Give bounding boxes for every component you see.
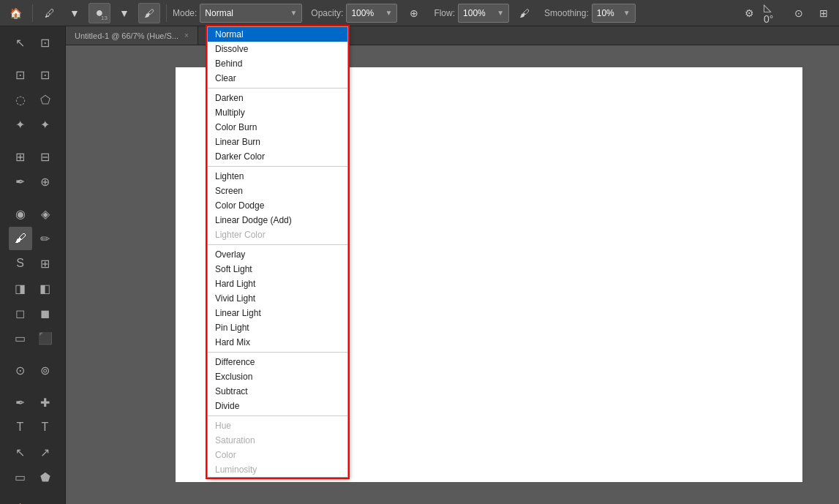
move-tool[interactable]: ↖ — [9, 31, 32, 54]
mode-option-lighten[interactable]: Lighten — [208, 169, 347, 184]
mode-option-luminosity[interactable]: Luminosity — [208, 462, 347, 477]
mode-option-soft-light[interactable]: Soft Light — [208, 262, 347, 277]
mode-option-saturation[interactable]: Saturation — [208, 433, 347, 448]
mode-option-hard-light[interactable]: Hard Light — [208, 277, 347, 291]
mode-option-behind[interactable]: Behind — [208, 56, 347, 71]
art-history[interactable]: ◧ — [34, 277, 57, 300]
eyedropper-tool[interactable]: ✒ — [9, 170, 32, 193]
patch-tool[interactable]: ◈ — [34, 202, 57, 225]
hand-tool[interactable]: ✋ — [9, 497, 32, 504]
mode-option-pin-light[interactable]: Pin Light — [208, 320, 347, 335]
document-tab[interactable]: Untitled-1 @ 66/7% (Hue/S... × — [66, 26, 198, 45]
brush-size-badge: 13 — [101, 15, 108, 21]
mode-option-clear[interactable]: Clear — [208, 71, 347, 86]
mode-separator — [208, 88, 347, 89]
mode-option-lighter-color[interactable]: Lighter Color — [208, 227, 347, 242]
history-brush[interactable]: ◨ — [9, 277, 32, 300]
quick-select[interactable]: ✦ — [34, 113, 57, 136]
add-anchor[interactable]: ✚ — [34, 391, 57, 414]
opacity-value: 100% — [351, 8, 374, 18]
spot-heal[interactable]: ◉ — [9, 202, 32, 225]
shape-tool[interactable]: ▭ — [9, 465, 32, 489]
mode-option-screen[interactable]: Screen — [208, 184, 347, 198]
symmetry-icon[interactable]: ⊙ — [788, 3, 810, 23]
tool-row-15: T T — [9, 415, 57, 439]
poly-lasso-tool[interactable]: ⬠ — [34, 88, 57, 111]
bg-eraser[interactable]: ◼ — [34, 301, 57, 325]
brush-tool[interactable]: 🖌 — [9, 227, 32, 250]
mode-option-darken[interactable]: Darken — [208, 91, 347, 105]
mode-option-linear-light[interactable]: Linear Light — [208, 306, 347, 320]
mode-option-exclusion[interactable]: Exclusion — [208, 369, 347, 384]
mode-dropdown[interactable]: Normal ▼ — [200, 4, 302, 23]
mode-option-color-burn[interactable]: Color Burn — [208, 120, 347, 135]
flow-arrow: ▼ — [497, 9, 504, 17]
extra-icon[interactable]: ⊞ — [813, 3, 835, 23]
fill-tool[interactable]: ⬛ — [34, 326, 57, 350]
pattern-stamp[interactable]: ⊞ — [34, 252, 57, 275]
flow-label: Flow: — [434, 8, 455, 18]
vertical-text[interactable]: T — [34, 415, 57, 439]
brush-size-dropdown[interactable]: ▼ — [113, 3, 135, 23]
mode-option-overlay[interactable]: Overlay — [208, 247, 347, 262]
mode-option-linear-dodge-add[interactable]: Linear Dodge (Add) — [208, 213, 347, 227]
custom-shape[interactable]: ⬟ — [34, 465, 57, 489]
sep2 — [166, 4, 167, 22]
tool-row-7: ◉ ◈ — [9, 202, 57, 225]
mode-option-hard-mix[interactable]: Hard Mix — [208, 335, 347, 350]
marquee-tool[interactable]: ⊡ — [9, 63, 32, 86]
path-select[interactable]: ↖ — [9, 440, 32, 464]
opacity-dropdown[interactable]: 100% ▼ — [346, 4, 397, 23]
mode-option-darker-color[interactable]: Darker Color — [208, 149, 347, 164]
mode-option-normal[interactable]: Normal — [208, 27, 347, 42]
smoothing-dropdown[interactable]: 10% ▼ — [592, 4, 636, 23]
home-button[interactable]: 🏠 — [4, 3, 26, 23]
mode-option-subtract[interactable]: Subtract — [208, 384, 347, 399]
color-sample[interactable]: ⊕ — [34, 170, 57, 193]
gradient-tool[interactable]: ▭ — [9, 326, 32, 350]
angle-icon[interactable]: ◺ 0° — [763, 3, 785, 23]
slice-tool[interactable]: ⊟ — [34, 145, 57, 168]
tool-row-10: ◨ ◧ — [9, 277, 57, 300]
mode-option-color[interactable]: Color — [208, 448, 347, 462]
crop-tool[interactable]: ⊞ — [9, 145, 32, 168]
tab-bar: Untitled-1 @ 66/7% (Hue/S... × — [66, 26, 839, 45]
dodge-tool[interactable]: ⊙ — [9, 358, 32, 382]
brush-mode-icon[interactable]: 🖌 — [138, 3, 160, 23]
tool-row-5: ⊞ ⊟ — [9, 145, 57, 168]
mode-option-multiply[interactable]: Multiply — [208, 105, 347, 120]
rotate-tool[interactable]: ↺ — [34, 497, 57, 504]
stamp-tool[interactable]: S — [9, 252, 32, 275]
magic-wand[interactable]: ✦ — [9, 113, 32, 136]
tool-row-18: ✋ ↺ — [9, 497, 57, 504]
mode-option-hue[interactable]: Hue — [208, 418, 347, 433]
mode-option-dissolve[interactable]: Dissolve — [208, 42, 347, 56]
brush-dropdown[interactable]: ▼ — [64, 3, 86, 23]
settings-icon[interactable]: ⚙ — [738, 3, 760, 23]
mode-group: Mode: Normal ▼ — [173, 4, 302, 23]
brush-icon[interactable]: 🖊 — [39, 3, 61, 23]
pencil-tool[interactable]: ✏ — [34, 227, 57, 250]
mode-option-difference[interactable]: Difference — [208, 355, 347, 369]
mode-option-divide[interactable]: Divide — [208, 399, 347, 413]
pen-tool[interactable]: ✒ — [9, 391, 32, 414]
single-col-tool[interactable]: ⊡ — [34, 63, 57, 86]
smoothing-group: Smoothing: 10% ▼ — [544, 4, 636, 23]
text-tool[interactable]: T — [9, 415, 32, 439]
mode-separator — [208, 166, 347, 167]
flow-icon[interactable]: 🖌 — [513, 3, 535, 23]
eraser-tool[interactable]: ◻ — [9, 301, 32, 325]
mode-option-linear-burn[interactable]: Linear Burn — [208, 135, 347, 149]
lasso-tool[interactable]: ◌ — [9, 88, 32, 111]
mode-option-color-dodge[interactable]: Color Dodge — [208, 198, 347, 213]
burn-tool[interactable]: ⊚ — [34, 358, 57, 382]
flow-dropdown[interactable]: 100% ▼ — [458, 4, 509, 23]
airbrush-icon[interactable]: ⊕ — [403, 3, 425, 23]
direct-select[interactable]: ↗ — [34, 440, 57, 464]
tool-row-1: ↖ ⊡ — [9, 31, 57, 54]
tab-close-btn[interactable]: × — [184, 31, 189, 40]
smoothing-value: 10% — [597, 8, 614, 18]
mode-option-vivid-light[interactable]: Vivid Light — [208, 291, 347, 306]
artboard-tool[interactable]: ⊡ — [34, 31, 57, 54]
brush-size-icon[interactable]: ● 13 — [89, 3, 110, 23]
